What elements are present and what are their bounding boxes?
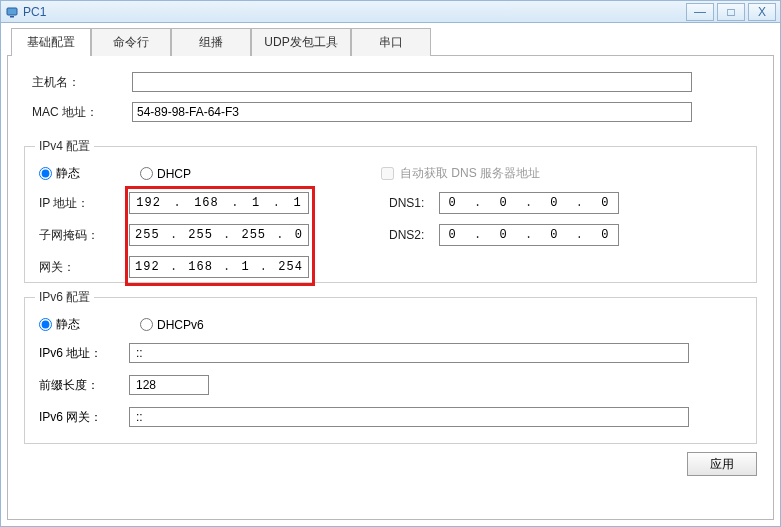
mask-label: 子网掩码： — [39, 227, 129, 244]
minimize-button[interactable]: — — [686, 3, 714, 21]
gateway-input[interactable]: 192. 168. 1. 254 — [129, 256, 309, 278]
ipv6-gw-input[interactable] — [129, 407, 689, 427]
gw-label: 网关： — [39, 259, 129, 276]
ipv6-group: IPv6 配置 静态 DHCPv6 IPv6 地址： — [24, 289, 757, 444]
footer: 应用 — [24, 444, 757, 476]
ipv4-legend: IPv4 配置 — [35, 138, 94, 155]
ipv6-gw-label: IPv6 网关： — [39, 409, 129, 426]
mac-label: MAC 地址： — [32, 104, 132, 121]
apply-button[interactable]: 应用 — [687, 452, 757, 476]
hostname-input[interactable] — [132, 72, 692, 92]
dns2-label: DNS2: — [389, 228, 439, 242]
maximize-button[interactable]: □ — [717, 3, 745, 21]
ipv4-dhcp-radio[interactable]: DHCP — [140, 167, 191, 181]
hostname-label: 主机名： — [32, 74, 132, 91]
mac-input[interactable] — [132, 102, 692, 122]
ipv6-static-radio[interactable]: 静态 — [39, 316, 80, 333]
ip-label: IP 地址： — [39, 195, 129, 212]
ipv4-static-radio[interactable]: 静态 — [39, 165, 80, 182]
ipv6-dhcp-radio[interactable]: DHCPv6 — [140, 318, 204, 332]
ipv6-addr-label: IPv6 地址： — [39, 345, 129, 362]
auto-dns-checkbox[interactable]: 自动获取 DNS 服务器地址 — [381, 165, 540, 182]
ipv6-addr-input[interactable] — [129, 343, 689, 363]
dns2-input[interactable]: 0. 0. 0. 0 — [439, 224, 619, 246]
tab-content: 主机名： MAC 地址： IPv4 配置 静态 — [7, 55, 774, 520]
app-window: PC1 — □ X 基础配置 命令行 组播 UDP发包工具 串口 主机名： MA… — [0, 0, 781, 527]
tab-udp[interactable]: UDP发包工具 — [251, 28, 351, 56]
svg-rect-0 — [7, 8, 17, 15]
app-icon — [5, 5, 19, 19]
tab-cli[interactable]: 命令行 — [91, 28, 171, 56]
window-title: PC1 — [23, 5, 683, 19]
dns1-input[interactable]: 0. 0. 0. 0 — [439, 192, 619, 214]
tab-basic[interactable]: 基础配置 — [11, 28, 91, 56]
svg-rect-1 — [10, 16, 14, 18]
body: 基础配置 命令行 组播 UDP发包工具 串口 主机名： MAC 地址： IPv4… — [1, 23, 780, 526]
titlebar: PC1 — □ X — [1, 1, 780, 23]
ip-input[interactable]: 192. 168. 1. 1 — [129, 192, 309, 214]
tab-serial[interactable]: 串口 — [351, 28, 431, 56]
dns1-label: DNS1: — [389, 196, 439, 210]
tab-multicast[interactable]: 组播 — [171, 28, 251, 56]
ipv6-prefix-label: 前缀长度： — [39, 377, 129, 394]
tab-bar: 基础配置 命令行 组播 UDP发包工具 串口 — [11, 27, 774, 55]
ipv4-group: IPv4 配置 静态 DHCP 自动获取 DN — [24, 138, 757, 283]
ipv6-prefix-input[interactable] — [129, 375, 209, 395]
ipv6-legend: IPv6 配置 — [35, 289, 94, 306]
close-button[interactable]: X — [748, 3, 776, 21]
mask-input[interactable]: 255. 255. 255. 0 — [129, 224, 309, 246]
